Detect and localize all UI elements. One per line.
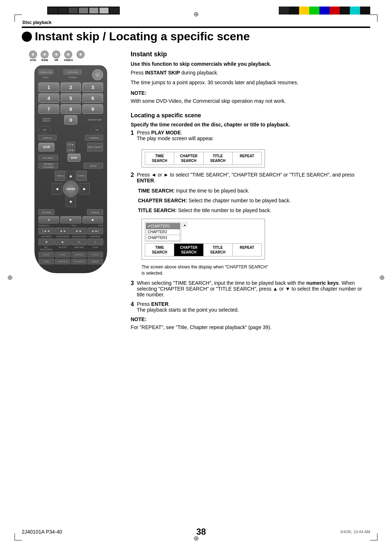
vcr-btn[interactable]: VCR [38, 143, 54, 151]
repeat-btn[interactable]: REPEAT [87, 259, 103, 264]
skip-index-l-btn[interactable]: |◄◄ [38, 228, 54, 234]
title-search-tab-2[interactable]: TITLESEARCH [204, 244, 233, 256]
remote-control: OPEN/CLOSEEJECT PROG/HDMI TV/VIDEO 1 2 3… [34, 65, 107, 273]
rec-mode-btn[interactable]: ◉ [38, 239, 54, 245]
input-select-btn[interactable]: INPUT SELECT [87, 143, 103, 151]
repeat-tab-1[interactable]: REPEAT [233, 152, 261, 165]
instant-skip-body2: The time jumps to a point approx. 30 sec… [131, 79, 370, 86]
subtitle-btn[interactable]: SUBTITLE [71, 252, 87, 258]
search-fwd-btn[interactable]: ►► [71, 228, 87, 234]
step-3-text: When selecting "TIME SEARCH", input the … [137, 280, 370, 297]
num-9-btn[interactable]: 9 [82, 104, 103, 114]
time-search-tab-1[interactable]: TIMESEARCH [145, 152, 174, 165]
step-2-text: Press ◄ or ► to select "TIME SEARCH", "C… [137, 172, 370, 183]
instant-skip-heading: Instant skip [131, 50, 370, 58]
open-close-btn[interactable]: OPEN/CLOSEEJECT [38, 69, 53, 74]
step-1-detail: The play mode screen will appear. [137, 135, 370, 141]
time-search-label: TIME SEARCH: [138, 188, 175, 194]
audio-btn[interactable]: AUDIO [55, 252, 70, 258]
chapter-search-tab-1[interactable]: CHAPTERSEARCH [174, 152, 203, 165]
num-0-btn[interactable]: 0 [64, 115, 77, 125]
top-menu-btn[interactable]: TOP MENU/TITLE MENU [38, 163, 58, 169]
dvd-menu-btn[interactable]: DVD MENU [38, 155, 58, 161]
on-standby-btn[interactable] [92, 69, 103, 80]
dvd-btn[interactable]: DVD [68, 154, 81, 162]
rec-mode-label: REC MODE/SPEED [38, 246, 54, 251]
chapter3-item[interactable]: CHAPTER3 [146, 235, 180, 241]
vr-icon: VR [52, 50, 60, 62]
ch-up-btn[interactable]: CH▲ [66, 142, 75, 147]
step-4-content: Press ENTER. The playback starts at the … [137, 301, 370, 313]
scroll-up-btn[interactable]: ▲ [183, 223, 187, 227]
footer-right-text: 3/4/06, 10:44 AM [340, 530, 370, 534]
return-btn[interactable]: RETURN [38, 209, 54, 215]
page-number: 38 [196, 527, 206, 537]
up-btn[interactable]: ▲ [66, 171, 76, 181]
step-4-action: Press ENTER. [137, 301, 370, 307]
chapter2-item[interactable]: CHAPTER2 [146, 229, 180, 235]
instant-skip-label: INSTANT SKIP [87, 119, 103, 121]
ch-down-btn[interactable]: CH▼ [66, 147, 75, 153]
extra-icon [77, 50, 85, 62]
skip-index-r-btn[interactable]: ►►| [87, 228, 103, 234]
play-mode-btn[interactable]: PLAY MODE [71, 259, 87, 264]
note2-text: For "REPEAT", see "Title, Chapter repeat… [131, 324, 370, 331]
rec-otr-label: REC/OTR [55, 246, 70, 251]
search-rew-btn[interactable]: ◄◄ [55, 228, 70, 234]
instant-replay-btn[interactable]: ↩ [38, 126, 51, 133]
num-4-btn[interactable]: 4 [38, 93, 59, 103]
dubbing-btn[interactable]: DUBBING [85, 135, 103, 141]
prog-btn[interactable]: PROG/HDMI TV/VIDEO [64, 69, 82, 74]
step-2-row: 2 Press ◄ or ► to select "TIME SEARCH", … [131, 172, 370, 183]
angle-btn[interactable]: ANGLE [38, 252, 54, 258]
zoom-btn[interactable]: ZOOM [38, 259, 54, 264]
setup-btn[interactable]: SETUP [83, 163, 103, 169]
play-btn[interactable]: ▶ [60, 216, 81, 223]
top-color-bar [279, 7, 370, 15]
display-btn[interactable]: DISPLAY [38, 135, 57, 141]
trk-minus-label: -TRK◄ [55, 171, 65, 181]
repeat-tab-2[interactable]: REPEAT [233, 244, 261, 256]
num-3-btn[interactable]: 3 [82, 82, 103, 92]
chapter-list-panel: ✔CHAPTER1 CHAPTER2 CHAPTER3 [145, 222, 181, 242]
search-rew-label: SEARCH/REW [55, 235, 70, 238]
step-2-content: Press ◄ or ► to select "TIME SEARCH", "C… [137, 172, 370, 183]
num-8-btn[interactable]: 8 [61, 104, 81, 114]
step-1-content: Press PLAY MODE. The play mode screen wi… [137, 130, 370, 141]
chapter1-item[interactable]: ✔CHAPTER1 [146, 223, 180, 229]
ram-icon: RAM [41, 50, 49, 62]
step-1-number: 1 [131, 130, 134, 136]
num-5-btn[interactable]: 5 [61, 93, 81, 103]
num-2-btn[interactable]: 2 [61, 82, 81, 92]
left-btn[interactable]: ◄ [52, 183, 62, 195]
clock-btn[interactable]: CLOCK [87, 252, 103, 258]
slow-btn[interactable]: ▷ [87, 239, 103, 245]
chapter-search-tab-2[interactable]: CHAPTERSEARCH [174, 244, 203, 256]
right-btn[interactable]: ► [79, 183, 90, 195]
title-search-tab-1[interactable]: TITLESEARCH [204, 152, 233, 165]
screen-caption: The screen above shows the display when … [142, 264, 370, 276]
cancel-btn[interactable]: CANCEL [87, 209, 103, 215]
left-column: DVD RAM VR [22, 50, 120, 333]
footer-left-text: 2J40101A P34-40 [22, 529, 62, 535]
ab-repeat-btn[interactable]: A-B/REPEAT [55, 259, 70, 264]
rec-otr-btn[interactable]: ⏺ [55, 239, 70, 245]
chapter-search-desc: CHAPTER SEARCH: Select the chapter numbe… [138, 197, 370, 204]
instant-skip-body1: Press INSTANT SKIP during playback. [131, 69, 370, 77]
step-4-number: 4 [131, 301, 134, 308]
num-1-btn[interactable]: 1 [38, 82, 59, 92]
instant-skip-btn[interactable]: ↪ [91, 126, 103, 133]
locating-bold: Specify the time recorded on the disc, c… [131, 122, 370, 127]
down-btn[interactable]: ▼ [66, 197, 76, 207]
stop-btn[interactable]: ⏹ [82, 216, 103, 223]
pause-still-btn[interactable]: ⏸ [38, 216, 59, 223]
skip-index-l-label: SKIP/INDEX [38, 235, 54, 238]
num-6-btn[interactable]: 6 [82, 93, 103, 103]
screen-mockup-2: ✔CHAPTER1 CHAPTER2 CHAPTER3 ▲ TIMESEARCH… [142, 219, 265, 260]
skip-index-r-label: SKIP/INDEX [87, 235, 103, 238]
step-1-action: Press PLAY MODE. [137, 130, 370, 135]
enter-btn[interactable]: ENTER [63, 181, 79, 197]
timer-rec-btn[interactable]: ⏲ [71, 239, 87, 245]
num-7-btn[interactable]: 7 [38, 104, 59, 114]
time-search-tab-2[interactable]: TIMESEARCH [145, 244, 174, 256]
